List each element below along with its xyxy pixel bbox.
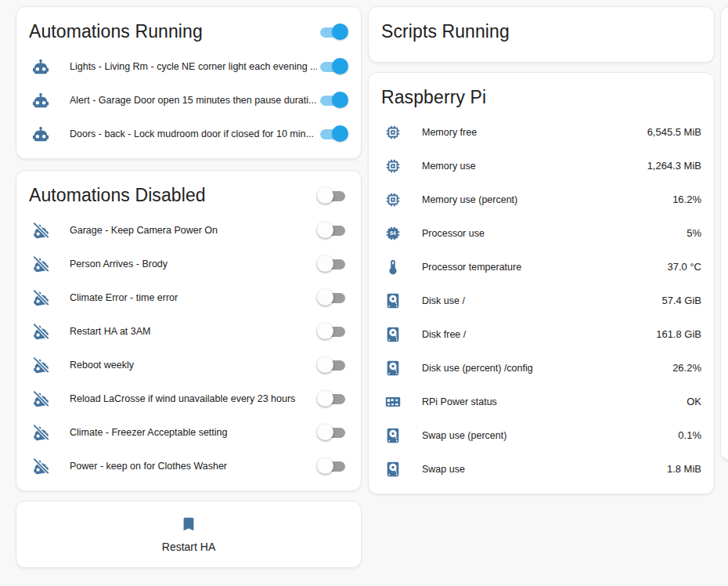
- sensor-name: Disk use (percent) /config: [422, 363, 665, 374]
- automation-row[interactable]: Alert - Garage Door open 15 minutes then…: [16, 83, 361, 117]
- sensor-row[interactable]: Memory use 1,264.3 MiB: [369, 149, 714, 183]
- sensor-name: Swap use (percent): [422, 430, 670, 441]
- robot-off-icon: [31, 389, 50, 408]
- thermometer-icon: [384, 258, 402, 277]
- sensor-row[interactable]: Swap use (percent) 0.1%: [369, 418, 714, 452]
- group-toggle-switch[interactable]: [317, 24, 348, 41]
- raspberry-pi-icon: [384, 392, 402, 411]
- toggle-thumb: [317, 187, 333, 204]
- entity-name: Climate - Freezer Acceptable setting: [70, 427, 317, 438]
- entity-name: Person Arrives - Brody: [70, 259, 317, 269]
- sensor-name: Disk use /: [422, 295, 654, 306]
- automation-row[interactable]: Doors - back - Lock mudroom door if clos…: [16, 117, 361, 150]
- robot-off-icon: [31, 221, 50, 240]
- sensor-row[interactable]: Disk use / 57.4 GiB: [369, 284, 714, 317]
- sensor-value: 16.2%: [672, 194, 701, 205]
- sensor-row[interactable]: Disk use (percent) /config 26.2%: [369, 351, 714, 385]
- robot-icon: [31, 91, 50, 110]
- entity-name: Restart HA at 3AM: [70, 326, 317, 337]
- automation-toggle[interactable]: [317, 289, 348, 306]
- card-header: Automations Disabled: [16, 171, 361, 208]
- sensor-row[interactable]: Swap use 1.8 MiB: [369, 452, 714, 486]
- entity-rows: Memory free 6,545.5 MiB Memory use 1,264…: [369, 110, 714, 494]
- sensor-name: Processor use: [422, 228, 679, 239]
- card-title: Automations Disabled: [29, 184, 206, 207]
- automation-row[interactable]: Climate - Freezer Acceptable setting: [16, 415, 361, 449]
- sensor-name: Disk free /: [422, 329, 648, 340]
- automation-row[interactable]: Climate Error - time error: [16, 280, 361, 314]
- harddisk-icon: [384, 325, 402, 344]
- sensor-row[interactable]: Processor temperature 37.0 °C: [369, 250, 714, 284]
- automation-row[interactable]: Reload LaCrosse if wind unavailable ever…: [16, 382, 361, 415]
- sensor-value: 0.1%: [678, 429, 701, 441]
- harddisk-icon: [384, 426, 402, 445]
- automation-row[interactable]: Reboot weekly: [16, 348, 361, 382]
- robot-off-icon: [31, 255, 50, 273]
- memory-chip-icon: [384, 190, 402, 209]
- automation-toggle[interactable]: [317, 323, 348, 340]
- automation-toggle[interactable]: [317, 390, 348, 407]
- automation-row[interactable]: Lights - Living Rm - cycle NE corner lig…: [16, 49, 361, 83]
- sensor-name: Swap use: [422, 464, 659, 475]
- automation-row[interactable]: Power - keep on for Clothes Washer: [16, 449, 361, 483]
- group-toggle-switch[interactable]: [317, 187, 348, 204]
- entity-rows: Garage - Keep Camera Power On Person Arr…: [16, 208, 361, 490]
- harddisk-icon: [384, 460, 402, 479]
- harddisk-icon: [384, 359, 402, 378]
- automation-toggle[interactable]: [317, 92, 348, 109]
- entity-rows: Lights - Living Rm - cycle NE corner lig…: [16, 45, 361, 158]
- toggle-thumb: [332, 125, 348, 142]
- card-automations-disabled: Automations Disabled Garage - Keep Camer…: [16, 170, 362, 491]
- automation-row[interactable]: Restart HA at 3AM: [16, 314, 361, 348]
- sensor-value: OK: [687, 396, 701, 407]
- robot-off-icon: [31, 356, 50, 374]
- robot-off-icon: [31, 457, 50, 476]
- automation-toggle[interactable]: [317, 58, 348, 75]
- sensor-row[interactable]: Disk free / 161.8 GiB: [369, 317, 714, 351]
- automation-toggle[interactable]: [317, 125, 348, 143]
- toggle-thumb: [317, 222, 333, 238]
- sensor-value: 161.8 GiB: [656, 328, 701, 340]
- cpu-64-bit-icon: [384, 224, 402, 243]
- sensor-value: 37.0 °C: [667, 261, 701, 273]
- robot-off-icon: [31, 423, 50, 442]
- partial-column: [720, 6, 728, 461]
- right-column: Scripts Running Raspberry Pi Memory free…: [368, 6, 715, 494]
- memory-chip-icon: [384, 157, 402, 175]
- automation-toggle[interactable]: [317, 458, 348, 475]
- sensor-name: Processor temperature: [422, 262, 659, 273]
- toggle-thumb: [317, 424, 333, 440]
- harddisk-icon: [384, 291, 402, 310]
- bookmark-icon: [179, 515, 198, 534]
- toggle-thumb: [317, 289, 333, 306]
- toggle-thumb: [332, 24, 348, 40]
- left-column: Automations Running Lights - Living Rm -…: [16, 6, 362, 568]
- automation-row[interactable]: Garage - Keep Camera Power On: [16, 213, 361, 247]
- automation-toggle[interactable]: [317, 424, 348, 441]
- card-scripts-running: Scripts Running: [368, 6, 715, 63]
- sensor-value: 5%: [687, 227, 701, 239]
- toggle-thumb: [317, 390, 333, 407]
- entity-name: Power - keep on for Clothes Washer: [70, 461, 317, 472]
- automation-row[interactable]: Person Arrives - Brody: [16, 247, 361, 280]
- robot-icon: [31, 57, 50, 76]
- entity-name: Doors - back - Lock mudroom door if clos…: [70, 128, 317, 139]
- restart-ha-label: Restart HA: [162, 541, 215, 553]
- sensor-row[interactable]: Memory free 6,545.5 MiB: [369, 115, 714, 149]
- sensor-value: 1,264.3 MiB: [647, 160, 701, 172]
- sensor-row[interactable]: Processor use 5%: [369, 216, 714, 250]
- toggle-thumb: [332, 58, 348, 74]
- sensor-value: 1.8 MiB: [667, 463, 701, 475]
- sensor-row[interactable]: RPi Power status OK: [369, 385, 714, 418]
- sensor-row[interactable]: Memory use (percent) 16.2%: [369, 183, 714, 216]
- restart-ha-button[interactable]: Restart HA: [16, 501, 362, 568]
- card-header: Scripts Running: [369, 7, 714, 62]
- sensor-name: Memory use (percent): [422, 194, 665, 205]
- automation-toggle[interactable]: [317, 255, 348, 273]
- toggle-thumb: [317, 458, 333, 474]
- automation-toggle[interactable]: [317, 356, 348, 374]
- sensor-name: Memory free: [422, 127, 640, 138]
- card-header: Raspberry Pi: [369, 73, 714, 110]
- robot-off-icon: [31, 322, 50, 341]
- automation-toggle[interactable]: [317, 222, 348, 239]
